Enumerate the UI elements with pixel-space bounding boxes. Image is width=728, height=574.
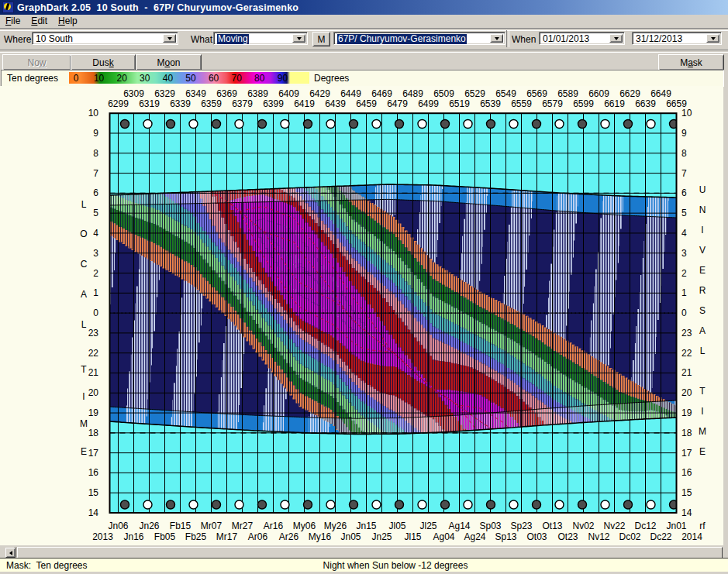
scrollbar-left-button[interactable] bbox=[5, 548, 16, 558]
y-axis-right-hour-label: 17 bbox=[681, 448, 692, 459]
x-axis-top-label: 6569 bbox=[526, 88, 547, 99]
date-from-dropdown-button[interactable] bbox=[609, 34, 623, 43]
new-moon-icon bbox=[121, 500, 129, 509]
new-moon-icon bbox=[258, 120, 267, 129]
x-axis-date-label: Jn06 bbox=[108, 521, 128, 531]
scrollbar-thumb[interactable] bbox=[17, 547, 723, 559]
x-axis-date-label: My16 bbox=[309, 531, 332, 542]
date-to-dropdown-button[interactable] bbox=[706, 34, 719, 43]
x-axis-date-label: Ar16 bbox=[264, 521, 284, 531]
mask-button[interactable]: Mask bbox=[658, 54, 724, 70]
x-axis-date-label: Ot23 bbox=[557, 531, 578, 542]
new-moon-icon bbox=[121, 120, 129, 129]
where-label: Where bbox=[4, 33, 31, 46]
y-axis-left-hour-label: 3 bbox=[93, 248, 98, 259]
x-axis-top-label: 6329 bbox=[154, 88, 175, 99]
what-dropdown-button[interactable] bbox=[292, 34, 305, 43]
y-axis-local-letter: O bbox=[80, 229, 87, 239]
new-moon-icon bbox=[533, 500, 541, 509]
title-bar[interactable]: GraphDark 2.05 10 South - 67P/ Churyumov… bbox=[0, 0, 728, 15]
toolbar-buttons: Now Dusk Moon Mask bbox=[0, 51, 728, 70]
m-button[interactable]: M bbox=[312, 32, 330, 46]
y-axis-left-hour-label: 8 bbox=[93, 148, 98, 159]
darkness-chart[interactable]: 6299630963196329633963496359636963796389… bbox=[0, 86, 723, 545]
full-moon-icon bbox=[509, 120, 518, 129]
x-axis-top-label: 6439 bbox=[325, 98, 346, 109]
full-moon-icon bbox=[143, 120, 152, 129]
y-axis-left-hour-label: 19 bbox=[88, 407, 99, 418]
y-axis-left-hour-label: 6 bbox=[93, 187, 98, 198]
y-axis-right-hour-label: 5 bbox=[681, 208, 687, 218]
x-axis-date-label: Jl25 bbox=[419, 521, 436, 531]
new-moon-icon bbox=[578, 120, 587, 129]
y-axis-right-hour-label: 15 bbox=[681, 487, 692, 498]
x-axis-date-label: Mr17 bbox=[216, 531, 238, 542]
x-axis-date-label: Ar26 bbox=[279, 531, 299, 542]
legend-tick-label: 90 bbox=[271, 73, 294, 84]
toolbar-main: Where 10 South What Moving M 67P/ Churyu… bbox=[0, 29, 728, 50]
x-axis-top-label: 6559 bbox=[511, 98, 532, 109]
x-axis-top-label: 6469 bbox=[371, 88, 392, 99]
y-axis-right-hour-label: 4 bbox=[681, 228, 687, 239]
what-combobox[interactable]: Moving bbox=[213, 32, 308, 45]
menu-item-edit[interactable]: Edit bbox=[26, 15, 53, 28]
new-moon-icon bbox=[395, 120, 404, 129]
y-axis-right-hour-label: 9 bbox=[681, 128, 687, 139]
legend-tick-label: 10 bbox=[88, 73, 111, 84]
date-from-combobox[interactable]: 01/01/2013 bbox=[539, 32, 625, 45]
x-axis-top-label: 6369 bbox=[216, 88, 237, 99]
chevron-down-icon bbox=[167, 37, 172, 40]
graphdark-window: { "window": { "title": "GraphDark 2.05 1… bbox=[0, 0, 728, 574]
where-dropdown-button[interactable] bbox=[163, 34, 176, 43]
y-axis-left-hour-label: 23 bbox=[88, 328, 99, 339]
legend-box: Ten degrees 0102030405060708090 Degrees bbox=[1, 70, 724, 87]
y-axis-time-letter: T bbox=[699, 386, 706, 397]
legend-tick-label: 20 bbox=[110, 73, 133, 84]
x-axis-date-label: Jn01 bbox=[666, 521, 686, 531]
menu-item-file[interactable]: File bbox=[0, 15, 26, 28]
y-axis-universal-letter: L bbox=[700, 345, 706, 356]
full-moon-icon bbox=[509, 500, 518, 509]
x-axis-top-label: 6589 bbox=[557, 88, 578, 99]
x-axis-date-label: Jl05 bbox=[388, 521, 405, 531]
y-axis-left-hour-label: 21 bbox=[88, 367, 99, 378]
dusk-button[interactable]: Dusk bbox=[71, 54, 136, 70]
y-axis-right-hour-label: 22 bbox=[681, 348, 692, 359]
where-combobox[interactable]: 10 South bbox=[32, 32, 178, 45]
object-combobox[interactable]: 67P/ Churyumov-Gerasimenko bbox=[333, 32, 505, 45]
dusk-button-label: Dusk bbox=[92, 57, 113, 68]
y-axis-left-hour-label: 0 bbox=[93, 308, 98, 318]
moon-button[interactable]: Moon bbox=[136, 54, 202, 70]
x-axis-top-label: 6639 bbox=[635, 98, 656, 109]
x-axis-date-label: Dc12 bbox=[634, 521, 656, 531]
when-label: When bbox=[512, 33, 536, 46]
legend-tick-label: 40 bbox=[156, 73, 179, 84]
x-axis-date-label: rf bbox=[699, 521, 706, 531]
date-to-combobox[interactable]: 31/12/2013 bbox=[632, 32, 722, 45]
y-axis-left-hour-label: 18 bbox=[88, 428, 99, 438]
x-axis-top-label: 6299 bbox=[108, 98, 129, 109]
full-moon-icon bbox=[326, 500, 335, 509]
new-moon-icon bbox=[487, 120, 495, 129]
x-axis-top-label: 6319 bbox=[139, 98, 160, 109]
x-axis-top-label: 6479 bbox=[387, 98, 408, 109]
horizontal-scrollbar[interactable] bbox=[0, 545, 723, 558]
y-axis-right-hour-label: 8 bbox=[681, 148, 687, 159]
y-axis-left-hour-label: 9 bbox=[93, 128, 98, 139]
y-axis-right-hour-label: 6 bbox=[681, 187, 687, 198]
x-axis-date-label: My26 bbox=[324, 521, 347, 531]
x-axis-top-label: 6579 bbox=[542, 98, 563, 109]
x-axis-top-label: 6509 bbox=[433, 88, 454, 99]
chart-panel: 6299630963196329633963496359636963796389… bbox=[0, 86, 723, 545]
x-axis-top-label: 6379 bbox=[232, 98, 253, 109]
x-axis-top-label: 6419 bbox=[294, 98, 315, 109]
new-moon-icon bbox=[487, 500, 495, 509]
legend-tick-label: 0 bbox=[64, 73, 88, 84]
y-axis-right-hour-label: 19 bbox=[681, 407, 692, 418]
full-moon-icon bbox=[464, 120, 472, 129]
y-axis-left-hour-label: 4 bbox=[93, 228, 98, 239]
menu-item-help[interactable]: Help bbox=[53, 15, 83, 28]
now-button[interactable]: Now bbox=[2, 54, 71, 70]
full-moon-icon bbox=[326, 120, 335, 129]
object-dropdown-button[interactable] bbox=[490, 34, 503, 43]
